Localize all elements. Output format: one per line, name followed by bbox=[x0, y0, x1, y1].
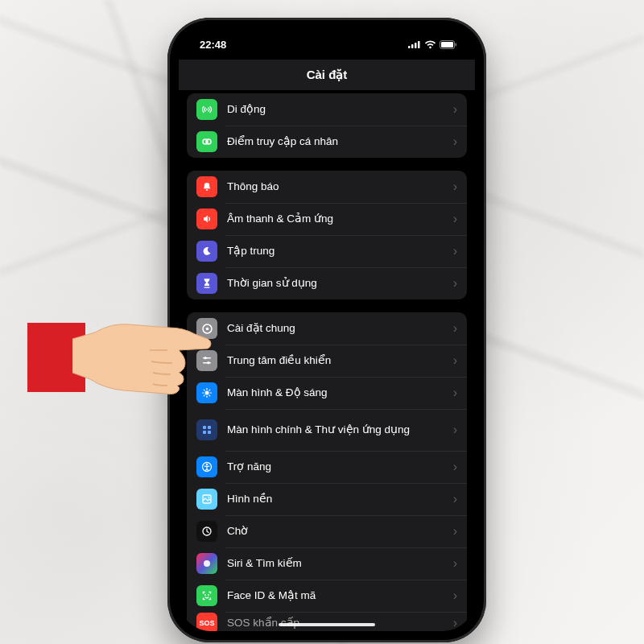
chevron-right-icon: › bbox=[453, 180, 457, 194]
chevron-right-icon: › bbox=[453, 492, 457, 506]
moon-icon bbox=[196, 241, 217, 262]
group-notifications: Thông báo › Âm thanh & Cảm ứng › Tập tru… bbox=[187, 171, 467, 299]
row-sos[interactable]: SOS SOS khẩn cấp › bbox=[187, 612, 467, 631]
svg-rect-31 bbox=[208, 431, 211, 434]
row-siri[interactable]: Siri & Tìm kiếm › bbox=[187, 547, 467, 580]
svg-rect-28 bbox=[203, 426, 206, 429]
row-hotspot[interactable]: Điểm truy cập cá nhân › bbox=[187, 126, 467, 158]
row-wallpaper[interactable]: Hình nền › bbox=[187, 483, 467, 515]
row-homescreen[interactable]: Màn hình chính & Thư viện ứng dụng › bbox=[187, 409, 467, 451]
chevron-right-icon: › bbox=[453, 460, 457, 474]
row-label: Cài đặt chung bbox=[227, 322, 453, 335]
svg-rect-30 bbox=[203, 431, 206, 434]
row-label: Tập trung bbox=[227, 245, 453, 258]
phone-frame: 22:48 Cài đặt Di động › bbox=[167, 18, 486, 642]
row-label: Di động bbox=[227, 103, 453, 116]
svg-point-14 bbox=[205, 327, 208, 330]
svg-rect-1 bbox=[411, 44, 414, 48]
svg-point-35 bbox=[208, 497, 209, 498]
wifi-icon bbox=[424, 40, 436, 49]
svg-point-37 bbox=[204, 560, 210, 567]
chevron-right-icon: › bbox=[453, 423, 457, 437]
sos-icon: SOS bbox=[196, 613, 217, 631]
row-label: Thời gian sử dụng bbox=[227, 277, 453, 290]
svg-point-38 bbox=[205, 595, 206, 596]
svg-line-24 bbox=[204, 390, 204, 390]
svg-point-39 bbox=[208, 595, 209, 596]
hotspot-icon bbox=[196, 131, 217, 152]
row-label: Face ID & Mật mã bbox=[227, 589, 453, 602]
row-label: Màn hình chính & Thư viện ứng dụng bbox=[227, 423, 453, 436]
row-label: Âm thanh & Cảm ứng bbox=[227, 213, 453, 225]
chevron-right-icon: › bbox=[453, 386, 457, 400]
cellular-icon bbox=[196, 99, 217, 120]
speaker-icon bbox=[196, 208, 217, 229]
svg-rect-12 bbox=[204, 287, 210, 288]
svg-point-18 bbox=[207, 361, 209, 364]
svg-point-33 bbox=[206, 464, 208, 465]
accessibility-icon bbox=[196, 456, 217, 477]
chevron-right-icon: › bbox=[453, 321, 457, 336]
brightness-icon bbox=[196, 382, 217, 403]
row-notifications[interactable]: Thông báo › bbox=[187, 171, 467, 203]
chevron-right-icon: › bbox=[453, 134, 457, 149]
svg-line-26 bbox=[204, 395, 204, 396]
group-general: Cài đặt chung › Trung tâm điều khiển › M… bbox=[187, 312, 467, 631]
row-focus[interactable]: Tập trung › bbox=[187, 235, 467, 267]
row-screentime[interactable]: Thời gian sử dụng › bbox=[187, 267, 467, 299]
row-display[interactable]: Màn hình & Độ sáng › bbox=[187, 377, 467, 409]
wallpaper-icon bbox=[196, 489, 217, 510]
row-general-settings[interactable]: Cài đặt chung › bbox=[187, 312, 467, 345]
svg-rect-5 bbox=[441, 42, 453, 47]
row-label: Điểm truy cập cá nhân bbox=[227, 135, 453, 148]
chevron-right-icon: › bbox=[453, 244, 457, 258]
chevron-right-icon: › bbox=[453, 556, 457, 571]
row-label: Hình nền bbox=[227, 493, 453, 506]
svg-rect-0 bbox=[408, 46, 411, 48]
row-label: Siri & Tìm kiếm bbox=[227, 557, 453, 570]
chevron-right-icon: › bbox=[453, 353, 457, 368]
group-connectivity: Di động › Điểm truy cập cá nhân › bbox=[187, 93, 467, 158]
status-time: 22:48 bbox=[200, 39, 226, 51]
svg-line-25 bbox=[209, 395, 210, 396]
row-accessibility[interactable]: Trợ năng › bbox=[187, 451, 467, 483]
svg-rect-3 bbox=[418, 41, 420, 48]
chevron-right-icon: › bbox=[453, 588, 457, 603]
chevron-right-icon: › bbox=[453, 616, 457, 630]
svg-point-16 bbox=[204, 357, 206, 359]
svg-point-19 bbox=[205, 391, 209, 395]
sliders-icon bbox=[196, 350, 217, 371]
svg-rect-29 bbox=[208, 426, 211, 429]
settings-scroll[interactable]: Di động › Điểm truy cập cá nhân › bbox=[179, 90, 475, 631]
home-indicator[interactable] bbox=[279, 623, 375, 626]
standby-clock-icon bbox=[196, 521, 217, 542]
sos-badge-text: SOS bbox=[199, 619, 214, 627]
chevron-right-icon: › bbox=[453, 276, 457, 291]
row-sounds[interactable]: Âm thanh & Cảm ứng › bbox=[187, 203, 467, 235]
phone-screen: 22:48 Cài đặt Di động › bbox=[179, 29, 475, 631]
faceid-icon bbox=[196, 585, 217, 606]
chevron-right-icon: › bbox=[453, 212, 457, 226]
svg-point-7 bbox=[206, 109, 208, 110]
bell-icon bbox=[196, 176, 217, 197]
row-control-center[interactable]: Trung tâm điều khiển › bbox=[187, 345, 467, 377]
row-label: Chờ bbox=[227, 525, 453, 538]
navbar: Cài đặt bbox=[179, 60, 475, 90]
row-label: Trung tâm điều khiển bbox=[227, 354, 453, 367]
svg-rect-6 bbox=[456, 43, 457, 46]
hourglass-icon bbox=[196, 273, 217, 294]
row-faceid[interactable]: Face ID & Mật mã › bbox=[187, 580, 467, 612]
row-standby[interactable]: Chờ › bbox=[187, 515, 467, 547]
cellular-signal-icon bbox=[408, 40, 421, 48]
apps-grid-icon bbox=[196, 419, 217, 440]
page-title: Cài đặt bbox=[307, 68, 348, 82]
chevron-right-icon: › bbox=[453, 524, 457, 539]
status-icons bbox=[408, 40, 457, 49]
svg-point-9 bbox=[206, 139, 211, 144]
svg-line-27 bbox=[209, 390, 210, 390]
siri-icon bbox=[196, 553, 217, 574]
row-cellular[interactable]: Di động › bbox=[187, 93, 467, 126]
row-label: Trợ năng bbox=[227, 460, 453, 473]
row-label: Màn hình & Độ sáng bbox=[227, 386, 453, 399]
svg-rect-2 bbox=[415, 43, 417, 48]
